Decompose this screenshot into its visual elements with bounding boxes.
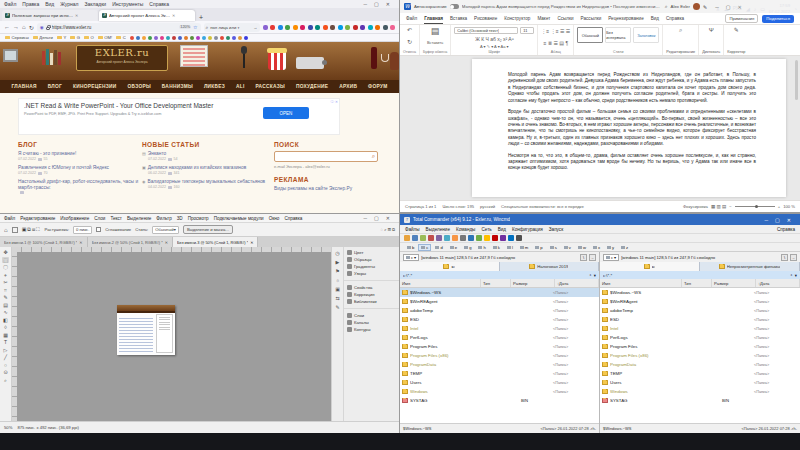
tool-preset-icon[interactable] bbox=[12, 227, 18, 233]
microphone-icon[interactable]: Ψ bbox=[709, 27, 714, 33]
font-buttons-2[interactable]: A ▾ ✎ ▾ A ▾ Aa ▾ bbox=[480, 44, 509, 49]
new-tab-button[interactable]: + bbox=[196, 14, 206, 21]
extension-icon[interactable] bbox=[315, 25, 320, 30]
bookmark-favicon[interactable] bbox=[166, 36, 170, 40]
document-title[interactable]: Молодой парень Адам возвращается перед Р… bbox=[462, 4, 662, 9]
ink-icon[interactable]: ✎ bbox=[703, 4, 707, 10]
url-bar[interactable]: ◉ https://www.exler.ru 120% ☆ bbox=[37, 23, 201, 32]
ad-banner[interactable]: .NET Read & Write PowerPoint - Your Offi… bbox=[18, 98, 340, 135]
file-row[interactable]: SYSTAG BIN bbox=[600, 396, 800, 405]
zo om-value[interactable]: 50% bbox=[4, 425, 12, 430]
user-avatar[interactable] bbox=[693, 3, 700, 10]
drive-combo[interactable]: c▾ bbox=[403, 254, 419, 261]
drive-button[interactable]: m bbox=[517, 244, 532, 251]
document-page[interactable]: Молодой парень Адам возвращается перед Р… bbox=[472, 59, 786, 197]
file-row[interactable]: Users <Папка> bbox=[400, 378, 599, 387]
ribbon-tab[interactable]: Рисование bbox=[474, 14, 497, 24]
tool-icon[interactable]: 〇 bbox=[3, 264, 8, 270]
bookmark-favicon[interactable] bbox=[148, 36, 152, 40]
folder-tab[interactable]: Налоговая 2019 bbox=[500, 262, 600, 271]
style-select[interactable]: Обычный ▾ bbox=[152, 226, 179, 234]
file-row[interactable]: TEMP <Папка> bbox=[600, 369, 800, 378]
article-link[interactable]: Валидаторные тиктокеры музыкальных себас… bbox=[148, 179, 266, 185]
menu-item[interactable]: Выделение bbox=[127, 216, 151, 221]
paragraph[interactable]: Вроде бы достаточно простой фильм – боль… bbox=[508, 109, 756, 148]
drive-button[interactable]: z bbox=[618, 244, 631, 251]
panel-tab[interactable]: Цвет bbox=[344, 249, 399, 256]
file-row[interactable]: SYSTAG BIN bbox=[400, 396, 599, 405]
canvas-area[interactable] bbox=[12, 247, 331, 421]
home-icon[interactable]: ⌂ bbox=[22, 24, 26, 30]
bookmark-star-icon[interactable]: ☆ bbox=[193, 24, 197, 30]
folder-tab[interactable]: c: bbox=[400, 262, 500, 271]
bookmark-favicon[interactable] bbox=[130, 36, 134, 40]
file-row[interactable]: Program Files (x86) <Папка> bbox=[400, 351, 599, 360]
file-row[interactable]: adobeTemp <Папка> bbox=[400, 306, 599, 315]
ribbon-tab[interactable]: Рассылки bbox=[581, 14, 602, 24]
exler-nav-item[interactable]: ГЛАВНАЯ bbox=[11, 84, 36, 89]
ribbon-tab[interactable]: Макет bbox=[537, 14, 550, 24]
accessibility-status[interactable]: Специальные возможности: все в порядке bbox=[501, 204, 584, 209]
url-text[interactable]: https://www.exler.ru bbox=[52, 25, 178, 30]
exler-logo-plaque[interactable]: EXLER.ru Авторский проект Алекса Экслера bbox=[76, 45, 168, 71]
extension-icon[interactable] bbox=[285, 25, 290, 30]
toolbar-button[interactable] bbox=[452, 235, 458, 241]
tool-icon[interactable]: ◧ bbox=[3, 317, 8, 323]
bookmark-favicon[interactable] bbox=[244, 36, 248, 40]
drive-button[interactable]: x bbox=[590, 244, 603, 251]
back-icon[interactable]: ← bbox=[4, 24, 10, 30]
autosave-toggle[interactable] bbox=[450, 4, 459, 9]
panel-tab[interactable]: Коррекция bbox=[344, 291, 399, 298]
drive-button[interactable]: y bbox=[604, 244, 617, 251]
toolbar-button[interactable] bbox=[484, 235, 490, 241]
exler-nav-item[interactable]: АРХИВ bbox=[339, 84, 357, 89]
exler-nav-item[interactable]: ALI bbox=[236, 84, 245, 89]
menu-item[interactable]: Фильтр bbox=[156, 216, 171, 221]
extension-icon[interactable] bbox=[360, 25, 365, 30]
paragraph[interactable]: Молодой парень Адам возвращается перед Р… bbox=[508, 72, 756, 104]
title-search-icon[interactable]: ⌕ bbox=[665, 3, 668, 10]
file-row[interactable]: Intel <Папка> bbox=[600, 324, 800, 333]
menu-item[interactable]: Инструменты bbox=[112, 1, 143, 7]
maximize-button[interactable]: ▢ bbox=[374, 215, 379, 221]
file-row[interactable]: ESD <Папка> bbox=[600, 315, 800, 324]
extension-icon[interactable] bbox=[345, 25, 350, 30]
panel-icon[interactable]: ☼ bbox=[335, 277, 340, 283]
toolbar-button[interactable] bbox=[436, 235, 442, 241]
panel-tab[interactable]: Слои bbox=[344, 312, 399, 319]
ribbon-tab[interactable]: Ссылки bbox=[557, 14, 573, 24]
exler-nav-item[interactable]: ЛИКБЕЗ bbox=[204, 84, 225, 89]
bookmark-favicon[interactable] bbox=[154, 36, 158, 40]
battery-icon[interactable]: ▭ bbox=[760, 6, 765, 12]
bookmark-favicon[interactable] bbox=[178, 36, 182, 40]
tool-icon[interactable]: ▦ bbox=[3, 332, 8, 338]
panel-tab[interactable]: Образцы bbox=[344, 256, 399, 263]
drive-button[interactable]: w bbox=[575, 244, 589, 251]
find-icon[interactable]: ⌕ bbox=[679, 27, 682, 33]
dictate-caption[interactable]: Диктовать bbox=[702, 50, 720, 54]
menu-item[interactable]: Файл bbox=[4, 1, 16, 7]
extension-icon[interactable] bbox=[330, 25, 335, 30]
zoom-in-icon[interactable]: + bbox=[778, 204, 780, 209]
bookmark-favicon[interactable] bbox=[232, 36, 236, 40]
drive-button[interactable]: l bbox=[504, 244, 516, 251]
extension-icon[interactable] bbox=[270, 25, 275, 30]
drive-button[interactable]: h bbox=[475, 244, 488, 251]
menu-item[interactable]: Текст bbox=[110, 216, 122, 221]
adchoices-icon[interactable]: ⓘ ✕ bbox=[331, 100, 338, 104]
menu-item[interactable]: Подключаемые модули bbox=[214, 216, 264, 221]
panel-tab[interactable]: Градиенты bbox=[344, 263, 399, 270]
browser-tab[interactable]: Э Авторский проект Алекса Эк… ✕ bbox=[99, 10, 195, 21]
menu-item[interactable]: Команды bbox=[456, 227, 475, 232]
panel-icon[interactable]: ⚑ bbox=[335, 268, 339, 274]
panel-tab[interactable]: Контуры bbox=[344, 326, 399, 333]
font-buttons[interactable]: Ж К Ч аб x₂ x² Aᵃ bbox=[475, 36, 513, 42]
editor-icon[interactable]: ✎ bbox=[734, 27, 739, 33]
drive-button[interactable]: b bbox=[404, 244, 417, 251]
drive-button[interactable]: v bbox=[561, 244, 574, 251]
file-row[interactable]: Program Files <Папка> bbox=[600, 342, 800, 351]
tray-chevron-icon[interactable]: ∧ bbox=[716, 6, 720, 12]
zoom-percent[interactable]: 100 % bbox=[783, 204, 795, 209]
menu-item[interactable]: Журнал bbox=[60, 1, 78, 7]
ribbon-tab[interactable]: Вставка bbox=[450, 14, 467, 24]
